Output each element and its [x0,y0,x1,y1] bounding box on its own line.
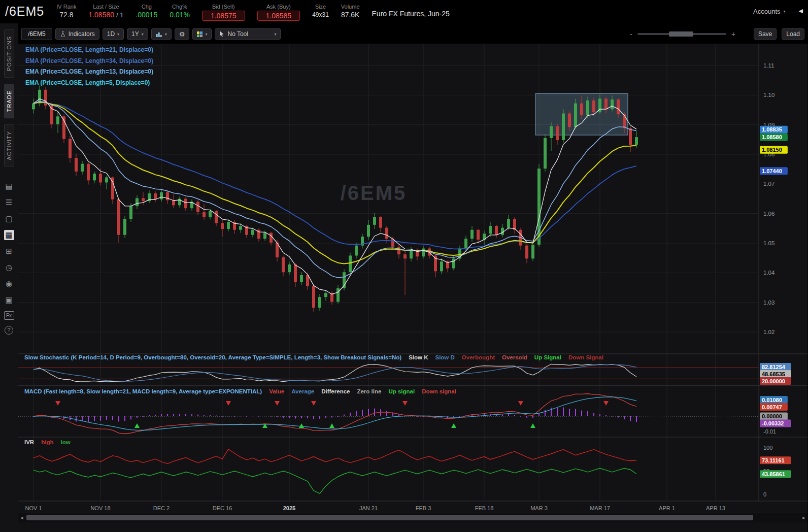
up-signal-arrow [134,423,140,428]
down-candle [203,212,206,217]
trade-box-icon[interactable]: ▢ [4,214,14,224]
up-candle [129,206,132,219]
scroll-right-icon[interactable]: ► [800,514,807,521]
horizontal-scrollbar[interactable]: ◄ ► [18,513,807,522]
down-candle [385,228,388,239]
down-signal-arrow [275,401,280,406]
left-sidebar: POSITIONSTRADEACTIVITY ▤☰▢▦⊞◷◉▣Fx? [0,23,18,532]
down-candle [617,99,620,114]
sidebar-icons: ▤☰▢▦⊞◷◉▣Fx? [4,181,14,335]
down-candle [75,158,78,172]
up-candle [440,261,443,271]
zoom-in-button[interactable]: + [731,30,735,38]
chg-pct-value: 0.01% [170,10,190,20]
down-candle [87,164,90,181]
chart-type-dropdown[interactable]: ▾ [151,28,172,40]
chg-field: Chg .00015 [136,3,157,20]
symbol-tab[interactable]: /6EM5 [21,28,52,40]
down-candle [379,217,382,228]
size-field: Size 49x31 [312,3,329,20]
up-candle [288,264,291,272]
users-icon[interactable]: ◉ [4,279,14,289]
archive-icon[interactable]: ▣ [4,295,14,305]
up-candle [489,226,492,234]
sidebar-tab-trade[interactable]: TRADE [4,84,14,118]
save-button[interactable]: Save [754,28,777,40]
chevron-down-icon: ▾ [165,32,167,37]
scroll-left-icon[interactable]: ◄ [18,514,25,521]
up-candle [123,219,126,235]
up-candle [349,255,352,272]
drawing-tool-dropdown[interactable]: No Tool ▾ [215,28,281,40]
orders-icon[interactable]: ☰ [4,197,14,208]
down-candle [312,286,315,308]
zoom-slider-thumb[interactable] [669,31,693,37]
up-candle [550,126,553,138]
up-candle [105,177,108,182]
price-bubble-text: 1.08835 [762,126,782,132]
down-candle [294,264,297,282]
sidebar-tabs: POSITIONSTRADEACTIVITY [4,29,14,173]
down-candle [99,174,102,182]
help-icon[interactable]: ? [5,326,13,335]
up-signal-arrow [329,423,334,428]
up-signal-arrow [299,423,304,428]
up-candle [32,104,35,110]
chart-toolbar: /6EM5 Indicators 1D ▾ 1Y ▾ [21,27,804,41]
down-candle [270,233,273,243]
price-bubble-text: 1.08580 [762,134,782,140]
zoom-slider[interactable] [637,33,726,35]
range-dropdown[interactable]: 1Y ▾ [127,28,148,40]
axis-label: 1.02 [763,329,775,335]
chart-icon[interactable]: ▦ [4,230,14,240]
price-bubble-text: 1.08150 [762,147,782,153]
fx-icon[interactable]: Fx [4,311,14,320]
history-icon[interactable]: ◷ [4,262,14,273]
zoom-out-button[interactable]: - [630,30,632,38]
up-candle [209,211,212,217]
down-signal-arrow [402,401,408,406]
down-signal-arrow [226,401,231,406]
time-axis[interactable] [18,502,759,513]
scrollbar-thumb[interactable] [26,515,753,520]
chart-canvas[interactable]: /6EM51.111.101.091.081.071.061.051.041.0… [18,44,807,532]
up-candle [574,104,577,127]
chart-settings-button[interactable]: ⚙ [175,28,190,40]
down-candle [215,211,218,223]
up-candle [251,230,254,235]
up-signal-arrow [530,423,535,428]
cursor-pointer-icon [219,31,224,37]
price-bubble-text: 73.11161 [762,457,785,463]
down-candle [592,101,595,112]
up-candle [635,137,638,145]
accounts-menu[interactable]: Accounts ▾ [753,3,786,15]
chevron-down-icon: ▾ [205,32,207,37]
axis-label: 0 [763,491,766,497]
up-candle [611,99,614,109]
widgets-icon[interactable]: ⊞ [4,246,14,256]
up-candle [318,297,321,308]
load-button[interactable]: Load [782,28,804,40]
sidebar-tab-activity[interactable]: ACTIVITY [4,124,14,167]
bid-button[interactable]: 1.08575 [202,11,245,21]
up-candle [81,164,84,172]
iv-rank-label: IV Rank [56,3,76,10]
quotes-icon[interactable]: ▤ [4,181,14,191]
ask-button[interactable]: 1.08585 [257,11,300,21]
grid-layout-dropdown[interactable]: ▾ [192,28,212,40]
timeframe-dropdown[interactable]: 1D ▾ [103,28,124,40]
axis-label: 1.03 [763,300,775,306]
indicators-button[interactable]: Indicators [55,28,99,40]
down-candle [154,193,157,200]
volume-value: 87.6K [341,10,360,20]
axis-label: 1.07 [763,181,775,187]
sidebar-tab-positions[interactable]: POSITIONS [4,29,14,78]
chevron-down-icon: ▾ [117,32,119,37]
chg-label: Chg [142,3,152,10]
down-candle [397,247,400,254]
volume-label: Volume [341,3,360,10]
collapse-panel-icon[interactable]: ◀ [798,3,804,14]
symbol-title: /6EM5 [5,3,44,19]
down-signal-arrow [55,401,60,406]
bid-field: Bid (Sell) 1.08575 [202,3,245,21]
